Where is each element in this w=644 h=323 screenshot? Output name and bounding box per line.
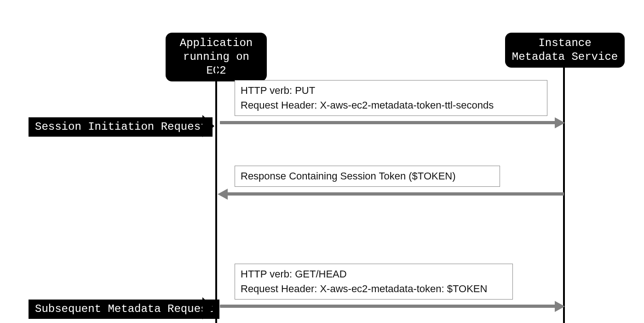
actor-metadata-service: Instance Metadata Service [505, 33, 625, 68]
arrow-line-initiation [220, 121, 557, 124]
message-response-detail: Response Containing Session Token ($TOKE… [235, 166, 500, 187]
arrowhead-icon [202, 115, 214, 137]
flow-label-subsequent: Subsequent Metadata Request [29, 300, 219, 319]
arrowhead-icon [555, 301, 565, 312]
flow-label-initiation: Session Initiation Request [29, 117, 213, 137]
arrowhead-icon [218, 189, 228, 200]
message-subsequent-detail: HTTP verb: GET/HEAD Request Header: X-aw… [235, 264, 513, 300]
lifeline-application [215, 64, 217, 323]
arrow-line-subsequent [220, 305, 557, 308]
arrowhead-icon [202, 297, 214, 319]
arrowhead-icon [555, 117, 565, 128]
message-initiation-detail: HTTP verb: PUT Request Header: X-aws-ec2… [235, 80, 547, 116]
arrow-line-response [224, 192, 564, 196]
